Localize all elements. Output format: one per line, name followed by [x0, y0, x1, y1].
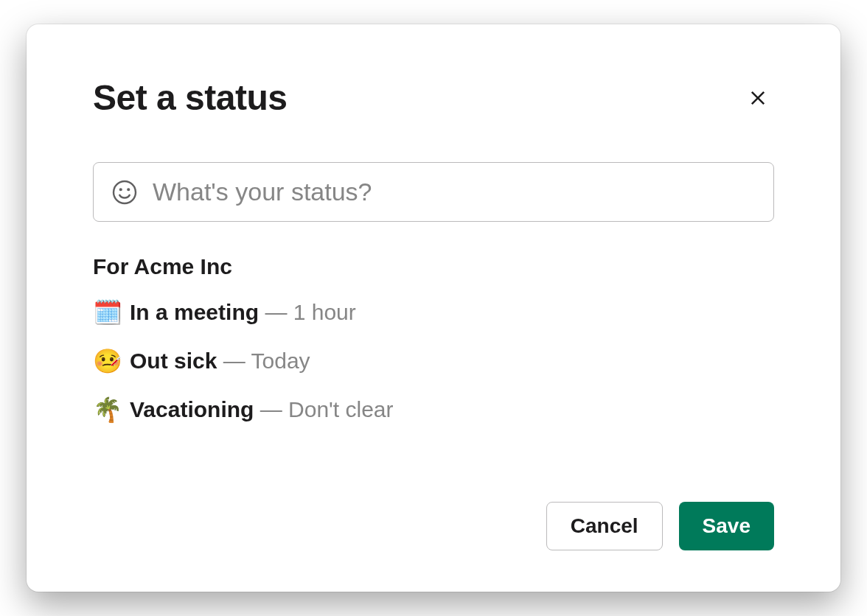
- preset-separator: —: [259, 300, 293, 324]
- save-button[interactable]: Save: [679, 502, 774, 550]
- preset-item-meeting[interactable]: 🗓️ In a meeting — 1 hour: [93, 295, 774, 329]
- svg-point-2: [114, 181, 136, 203]
- sick-face-icon: 🤒: [93, 347, 130, 375]
- section-label: For Acme Inc: [93, 254, 774, 279]
- preset-text: Vacationing — Don't clear: [130, 397, 394, 422]
- modal-footer: Cancel Save: [546, 502, 774, 550]
- status-input-container: [93, 162, 774, 222]
- preset-label: Vacationing: [130, 397, 254, 421]
- close-button[interactable]: [742, 82, 774, 114]
- emoji-picker-button[interactable]: [111, 179, 138, 206]
- modal-header: Set a status: [93, 77, 774, 118]
- preset-text: In a meeting — 1 hour: [130, 300, 356, 325]
- set-status-modal: Set a status For Acme Inc 🗓️ In a meetin…: [27, 24, 840, 592]
- preset-duration: Today: [251, 349, 310, 373]
- preset-duration: Don't clear: [288, 397, 393, 421]
- preset-item-vacation[interactable]: 🌴 Vacationing — Don't clear: [93, 393, 774, 427]
- calendar-icon: 🗓️: [93, 298, 130, 326]
- modal-title: Set a status: [93, 77, 287, 118]
- cancel-button[interactable]: Cancel: [546, 502, 663, 550]
- svg-point-3: [120, 189, 122, 190]
- preset-separator: —: [217, 349, 251, 373]
- preset-text: Out sick — Today: [130, 349, 310, 374]
- status-input[interactable]: [153, 178, 756, 206]
- preset-label: Out sick: [130, 349, 217, 373]
- preset-label: In a meeting: [130, 300, 259, 324]
- preset-separator: —: [254, 397, 288, 421]
- smiley-icon: [111, 179, 138, 206]
- palm-tree-icon: 🌴: [93, 396, 130, 424]
- preset-item-sick[interactable]: 🤒 Out sick — Today: [93, 344, 774, 378]
- preset-list: 🗓️ In a meeting — 1 hour 🤒 Out sick — To…: [93, 295, 774, 427]
- svg-point-4: [128, 189, 129, 190]
- close-icon: [748, 88, 768, 108]
- preset-duration: 1 hour: [293, 300, 356, 324]
